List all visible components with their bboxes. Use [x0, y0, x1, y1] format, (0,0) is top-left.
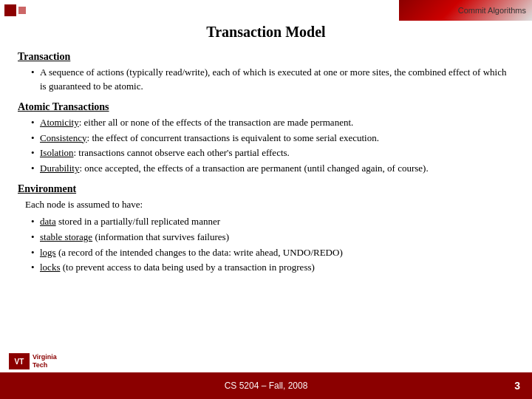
list-item: locks (to prevent access to data being u…	[33, 261, 514, 275]
header-label: Commit Algorithms	[458, 6, 526, 15]
content-area: Transaction A sequence of actions (typic…	[0, 51, 532, 275]
locks-text: (to prevent access to data being used by…	[60, 262, 314, 273]
vt-text: VirginiaTech	[33, 353, 57, 369]
data-text: stored in a partially/full replicated ma…	[56, 216, 220, 227]
red-square	[4, 4, 16, 16]
bottom-bar: CS 5204 – Fall, 2008 3	[0, 372, 532, 399]
stable-storage-text: (information that survives failures)	[92, 231, 229, 242]
list-item: Atomicity: either all or none of the eff…	[33, 116, 514, 130]
list-item: Consistency: the effect of concurrent tr…	[33, 132, 514, 146]
vt-logo: VT VirginiaTech	[9, 353, 57, 369]
data-label: data	[40, 216, 56, 227]
page-title: Transaction Model	[0, 24, 532, 41]
transaction-list: A sequence of actions (typically read/wr…	[18, 66, 514, 94]
locks-label: locks	[40, 262, 60, 273]
isolation-label: Isolation	[40, 147, 74, 158]
atomicity-label: Atomicity	[40, 117, 79, 128]
isolation-text: : transactions cannot observe each other…	[74, 147, 290, 158]
list-item: Isolation: transactions cannot observe e…	[33, 146, 514, 160]
vt-box: VT	[9, 353, 30, 369]
environment-intro: Each node is assumed to have:	[18, 198, 514, 212]
atomicity-text: : either all or none of the effects of t…	[79, 117, 354, 128]
logs-text: (a record of the intended changes to the…	[56, 247, 343, 258]
top-right-decoration: Commit Algorithms	[399, 0, 532, 21]
durability-label: Durability	[40, 163, 79, 174]
pink-square	[18, 7, 26, 14]
logs-label: logs	[40, 247, 56, 258]
durability-text: : once accepted, the effects of a transa…	[79, 163, 428, 174]
list-item: A sequence of actions (typically read/wr…	[33, 66, 514, 94]
atomic-transactions-list: Atomicity: either all or none of the eff…	[18, 116, 514, 176]
atomic-transactions-title: Atomic Transactions	[18, 101, 514, 113]
list-item: stable storage (information that survive…	[33, 231, 514, 245]
list-item: data stored in a partially/full replicat…	[33, 215, 514, 229]
footer-center-text: CS 5204 – Fall, 2008	[225, 381, 308, 391]
page-number: 3	[514, 380, 520, 392]
environment-section: Environment Each node is assumed to have…	[18, 183, 514, 275]
consistency-label: Consistency	[40, 132, 87, 143]
environment-title: Environment	[18, 183, 514, 195]
stable-storage-label: stable storage	[40, 231, 92, 242]
consistency-text: : the effect of concurrent transactions …	[87, 132, 379, 143]
list-item: Durability: once accepted, the effects o…	[33, 162, 514, 176]
transaction-title: Transaction	[18, 51, 514, 63]
environment-list: data stored in a partially/full replicat…	[18, 215, 514, 275]
top-left-decoration	[0, 0, 37, 21]
list-item: logs (a record of the intended changes t…	[33, 246, 514, 260]
